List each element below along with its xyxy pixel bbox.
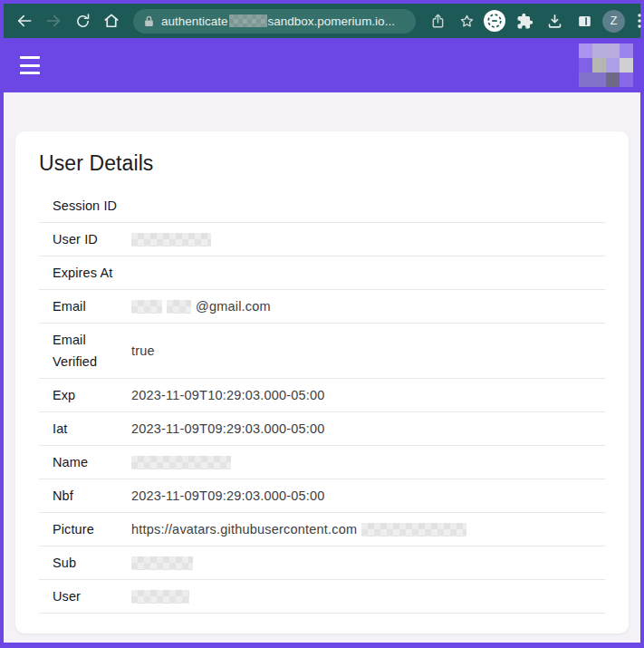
user-details-card: User Details Session IDUser IDExpires At…	[15, 131, 629, 633]
side-panel-icon	[576, 13, 593, 30]
detail-label: Name	[53, 451, 131, 473]
redacted-value	[131, 556, 193, 570]
detail-row: Session ID	[39, 189, 605, 223]
redacted-value	[131, 233, 211, 247]
app-header	[4, 38, 640, 92]
detail-value	[131, 552, 605, 574]
bookmark-star-icon	[458, 13, 476, 30]
screenshot-frame: authenticatesandbox.pomerium.io... Z	[0, 0, 644, 648]
redacted-value	[131, 590, 189, 604]
detail-value	[131, 585, 605, 607]
side-panel-button[interactable]	[572, 9, 596, 33]
value-text: 2023-11-09T09:29:03.000-05:00	[131, 418, 325, 440]
address-bar[interactable]: authenticatesandbox.pomerium.io...	[133, 9, 416, 34]
detail-label: Sub	[53, 552, 131, 574]
toolbar-right-cluster: Z	[483, 9, 644, 33]
extensions-puzzle-icon	[516, 13, 533, 30]
detail-label: Email	[53, 295, 131, 317]
detail-row: User ID	[39, 223, 605, 256]
detail-value	[131, 451, 605, 473]
detail-label: Expires At	[53, 262, 131, 284]
detail-value: 2023-11-09T09:29:03.000-05:00	[131, 418, 605, 440]
forward-button[interactable]	[41, 8, 66, 34]
value-text: @gmail.com	[196, 295, 271, 317]
detail-label: Email Verified	[53, 329, 131, 372]
detail-label: Exp	[53, 384, 131, 406]
detail-value: 2023-11-09T10:29:03.000-05:00	[131, 384, 605, 406]
three-dot-menu-icon	[632, 13, 644, 29]
url-redacted-segment	[229, 15, 267, 27]
hamburger-bar	[20, 64, 40, 67]
refresh-icon	[74, 13, 91, 30]
refresh-button[interactable]	[70, 8, 95, 34]
detail-row: Picturehttps://avatars.githubusercontent…	[39, 513, 605, 546]
redacted-value	[131, 300, 162, 314]
hamburger-bar	[20, 56, 40, 59]
lock-icon	[143, 15, 155, 28]
detail-label: Nbf	[53, 485, 131, 507]
detail-label: Session ID	[53, 195, 131, 217]
detail-row: User	[39, 580, 605, 614]
detail-value	[131, 195, 605, 217]
detail-row: Name	[39, 446, 605, 479]
hamburger-menu-button[interactable]	[20, 56, 43, 74]
redacted-value	[131, 456, 231, 469]
browser-menu-button[interactable]	[631, 9, 644, 33]
page-title: User Details	[39, 150, 605, 177]
detail-row: Expires At	[39, 256, 605, 290]
detail-value: @gmail.com	[131, 295, 605, 317]
detail-value: true	[131, 340, 605, 362]
home-button[interactable]	[99, 8, 124, 34]
back-button[interactable]	[12, 8, 37, 34]
url-text: authenticatesandbox.pomerium.io...	[161, 15, 395, 28]
bookmark-star-button[interactable]	[454, 8, 479, 34]
extensions-button[interactable]	[513, 9, 536, 33]
value-text: 2023-11-09T09:29:03.000-05:00	[131, 485, 325, 507]
detail-value	[131, 262, 605, 284]
detail-row: Exp2023-11-09T10:29:03.000-05:00	[39, 379, 605, 412]
downloads-button[interactable]	[543, 9, 566, 33]
value-text: https://avatars.githubusercontent.com	[131, 518, 357, 540]
user-details-table: Session IDUser IDExpires AtEmail@gmail.c…	[39, 189, 605, 614]
redacted-app-logo	[579, 44, 633, 87]
redacted-value	[361, 523, 466, 537]
share-button[interactable]	[425, 8, 450, 34]
share-icon	[429, 13, 447, 30]
extension-circle-icon	[483, 9, 506, 33]
hamburger-bar	[20, 72, 40, 74]
detail-value: https://avatars.githubusercontent.com	[131, 518, 605, 540]
value-text: true	[131, 340, 155, 362]
value-text: 2023-11-09T10:29:03.000-05:00	[131, 384, 325, 406]
detail-value: 2023-11-09T09:29:03.000-05:00	[131, 485, 605, 507]
detail-row: Email Verifiedtrue	[39, 324, 605, 379]
detail-value	[131, 228, 605, 250]
detail-label: Picture	[53, 518, 131, 540]
detail-label: Iat	[53, 418, 131, 440]
browser-chrome: authenticatesandbox.pomerium.io... Z	[4, 4, 640, 38]
home-icon	[102, 12, 120, 30]
forward-arrow-icon	[44, 12, 62, 30]
avatar-initial: Z	[610, 15, 618, 27]
redacted-value	[167, 300, 191, 314]
profile-avatar[interactable]: Z	[602, 10, 625, 33]
extension-circle-button[interactable]	[483, 9, 506, 33]
detail-row: Sub	[39, 546, 605, 580]
detail-row: Nbf2023-11-09T09:29:03.000-05:00	[39, 479, 605, 513]
detail-row: Iat2023-11-09T09:29:03.000-05:00	[39, 412, 605, 446]
page-body: User Details Session IDUser IDExpires At…	[4, 92, 640, 643]
detail-label: User ID	[53, 228, 131, 250]
download-icon	[546, 13, 563, 30]
detail-label: User	[53, 585, 131, 607]
back-arrow-icon	[15, 12, 34, 30]
detail-row: Email@gmail.com	[39, 290, 605, 324]
